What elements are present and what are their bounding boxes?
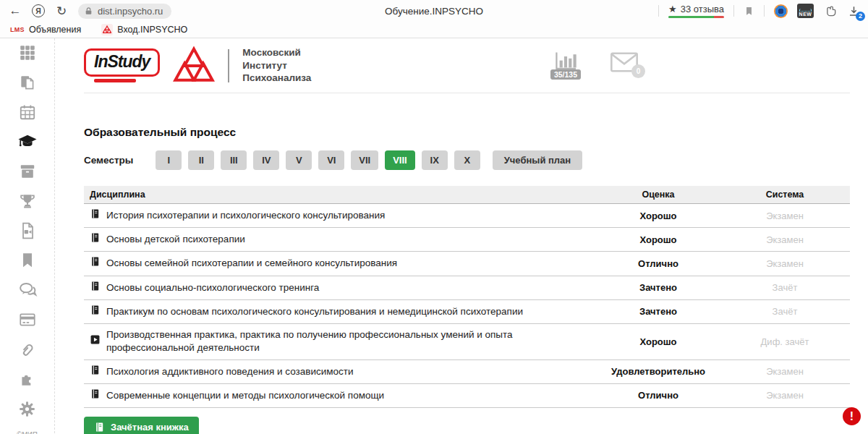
discipline-name: Психология аддиктивного поведения и соза… — [106, 365, 353, 378]
main-content: InStudy Московский Институт Психоанализа… — [55, 38, 868, 433]
sidebar-item-attachment[interactable] — [17, 341, 38, 361]
semester-button-учебный-план[interactable]: Учебный план — [493, 150, 582, 170]
gradebook-button-label: Зачётная книжка — [111, 422, 189, 433]
back-icon[interactable]: ← — [7, 4, 23, 18]
semester-button-iv[interactable]: IV — [253, 150, 279, 170]
semester-button-viii[interactable]: VIII — [385, 150, 415, 170]
sidebar: ©МИП — [0, 38, 55, 433]
grade-value: Зачтено — [597, 282, 720, 293]
grade-value: Хорошо — [597, 336, 720, 347]
sidebar-item-documents[interactable] — [17, 74, 38, 94]
grade-value: Удовлетворительно — [597, 366, 720, 377]
extension-circle-icon[interactable] — [774, 4, 788, 18]
semester-button-ii[interactable]: II — [188, 150, 214, 170]
apps-grid-icon — [18, 43, 37, 65]
bar-chart-icon — [553, 51, 578, 72]
bookmark-flag-icon[interactable] — [744, 6, 754, 17]
table-header: Дисциплина Оценка Система — [84, 186, 850, 204]
sidebar-item-video[interactable] — [17, 222, 38, 242]
book-icon — [90, 208, 101, 223]
bookmark-label: Вход.INPSYCHO — [117, 25, 187, 35]
system-value: Экзамен — [720, 258, 850, 269]
bookmark-icon — [18, 251, 37, 273]
sidebar-item-calendar[interactable] — [17, 103, 38, 124]
grade-value: Отлично — [597, 258, 720, 269]
address-bar[interactable]: dist.inpsycho.ru — [78, 4, 171, 19]
discipline-name: Производственная практика, практика по п… — [106, 328, 597, 354]
semester-button-vii[interactable]: VII — [351, 150, 378, 170]
browser-toolbar: ← Я ↻ dist.inpsycho.ru Обучение.INPSYCHO… — [0, 0, 868, 22]
semester-button-ix[interactable]: IX — [422, 150, 448, 170]
sidebar-item-trophy[interactable] — [17, 192, 38, 213]
semester-button-x[interactable]: X — [454, 150, 480, 170]
documents-icon — [18, 73, 37, 95]
table-row[interactable]: Психология аддиктивного поведения и соза… — [84, 360, 850, 384]
table-row[interactable]: Практикум по основам психологического ко… — [84, 300, 850, 324]
extension-hand-icon[interactable] — [823, 4, 838, 18]
gradebook-button[interactable]: Зачётная книжка — [84, 417, 199, 434]
bookmark-item[interactable]: Вход.INPSYCHO — [101, 24, 187, 35]
instudy-logo[interactable]: InStudy — [84, 48, 160, 82]
semester-button-i[interactable]: I — [156, 150, 182, 170]
book-icon — [90, 281, 101, 295]
instudy-logo-text: InStudy — [84, 48, 160, 77]
semester-button-v[interactable]: V — [286, 150, 312, 170]
star-icon: ★ — [668, 4, 677, 14]
sidebar-item-education[interactable] — [17, 133, 38, 153]
bookmark-item[interactable]: LMSОбъявления — [10, 25, 81, 35]
table-row[interactable]: Производственная практика, практика по п… — [84, 324, 850, 359]
book-icon — [94, 422, 105, 433]
table-row[interactable]: История психотерапии и психологического … — [84, 204, 850, 228]
lock-icon — [84, 7, 93, 16]
calendar-icon — [18, 103, 37, 124]
sidebar-item-chat[interactable] — [17, 281, 38, 302]
book-icon — [90, 365, 101, 379]
book-icon — [90, 305, 101, 319]
discipline-name: Современные концепции и методы психологи… — [106, 389, 384, 402]
institute-name: Московский Институт Психоанализа — [242, 46, 311, 85]
book-icon — [90, 388, 101, 403]
stats-badge: 35/135 — [550, 69, 581, 80]
alert-icon[interactable]: ! — [843, 407, 861, 425]
semester-button-vi[interactable]: VI — [318, 150, 344, 170]
play-icon — [90, 334, 101, 349]
stats-widget[interactable]: 35/135 — [550, 51, 581, 80]
sidebar-item-puzzle[interactable] — [17, 370, 38, 391]
attachment-icon — [17, 340, 37, 362]
system-value: Экзамен — [720, 390, 850, 401]
archive-icon — [18, 162, 37, 184]
refresh-icon[interactable]: ↻ — [54, 4, 69, 19]
divider — [658, 5, 659, 17]
column-system: Система — [720, 190, 850, 200]
sidebar-item-bookmark[interactable] — [17, 252, 38, 272]
mail-widget[interactable]: 0 — [610, 51, 639, 73]
downloads-badge: 2 — [856, 12, 865, 21]
discipline-name: Основы детской психотерапии — [106, 233, 245, 246]
table-row[interactable]: Современные концепции и методы психологи… — [84, 384, 850, 408]
sidebar-item-card[interactable] — [17, 311, 38, 331]
downloads-icon[interactable]: 2 — [847, 4, 861, 18]
yandex-browser-icon[interactable]: Я — [32, 4, 45, 17]
table-row[interactable]: Основы семейной психотерапии и семейного… — [84, 252, 850, 276]
grades-table: Дисциплина Оценка Система История психот… — [84, 186, 850, 408]
system-value: Экзамен — [720, 366, 850, 377]
new-badge: NEW — [799, 12, 812, 17]
extension-new-icon[interactable]: NEW — [797, 4, 814, 18]
sidebar-item-apps-grid[interactable] — [17, 44, 38, 64]
institute-triangle-logo — [173, 46, 215, 86]
divider — [764, 5, 765, 17]
table-row[interactable]: Основы детской психотерапииХорошоЭкзамен — [84, 228, 850, 252]
column-discipline: Дисциплина — [84, 190, 597, 200]
system-value: Диф. зачёт — [720, 336, 850, 347]
url-text: dist.inpsycho.ru — [98, 6, 163, 17]
rating-bar — [668, 16, 724, 18]
reviews-widget[interactable]: ★ 33 отзыва — [668, 4, 724, 18]
education-icon — [17, 131, 38, 156]
column-grade: Оценка — [597, 190, 720, 200]
mip-favicon — [101, 24, 113, 35]
semester-button-iii[interactable]: III — [221, 150, 247, 170]
sidebar-item-settings[interactable] — [17, 400, 38, 420]
sidebar-item-archive[interactable] — [17, 163, 38, 183]
table-row[interactable]: Основы социально-психологического тренин… — [84, 276, 850, 300]
semesters-label: Семестры — [84, 155, 133, 166]
